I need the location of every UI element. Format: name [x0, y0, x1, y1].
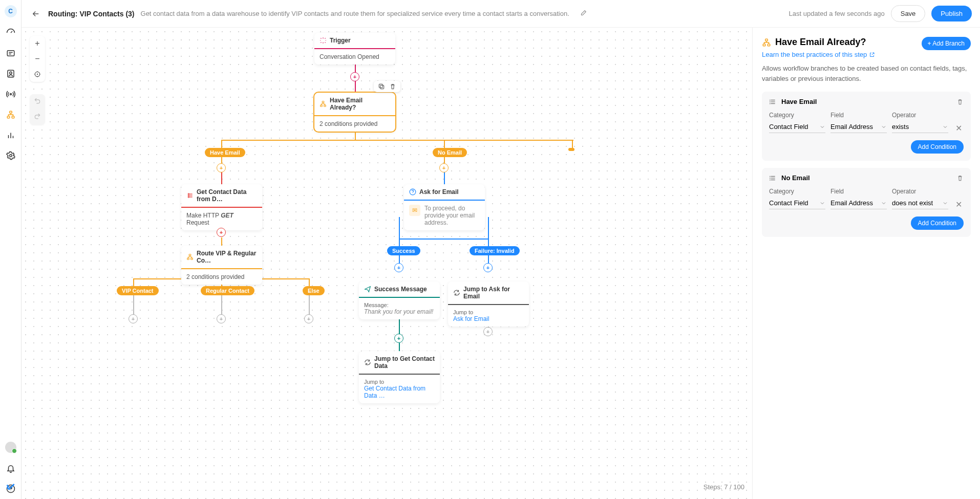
delete-branch-icon[interactable] — [956, 175, 964, 182]
workflows-icon[interactable] — [6, 110, 16, 120]
workflow-canvas[interactable]: + − — [22, 28, 752, 499]
http-node[interactable]: Get Contact Data from D… Make HTTP GET R… — [181, 184, 262, 230]
add-step-button[interactable]: + — [483, 327, 493, 336]
add-step-button[interactable]: + — [394, 334, 403, 343]
add-step-button[interactable]: + — [439, 163, 449, 172]
node-title: Ask for Email — [419, 188, 459, 196]
last-updated: Last updated a few seconds ago — [789, 10, 885, 17]
zoom-controls: + − — [30, 36, 45, 82]
dashboard-icon[interactable] — [6, 28, 16, 38]
branch-card: No Email Category Contact Field Field Em… — [762, 168, 971, 237]
branch-name: No Email — [781, 174, 951, 182]
svg-rect-22 — [379, 84, 382, 88]
category-select[interactable]: Contact Field — [769, 197, 825, 209]
chevron-down-icon — [819, 200, 825, 206]
recenter-button[interactable] — [30, 67, 45, 82]
branch-name: Have Email — [781, 98, 951, 105]
jump-icon — [364, 359, 371, 366]
ask-node[interactable]: Ask for Email ✉To proceed, do provide yo… — [404, 184, 485, 230]
notifications-icon[interactable] — [6, 463, 16, 473]
add-step-button[interactable]: + — [394, 263, 403, 272]
svg-rect-32 — [763, 44, 765, 46]
svg-rect-21 — [380, 85, 384, 89]
field-select[interactable]: Email Address — [830, 121, 887, 133]
operator-select[interactable]: exists — [892, 121, 948, 133]
jump-node-get-contact[interactable]: Jump to Get Contact Data Jump toGet Cont… — [359, 351, 440, 403]
edit-icon[interactable] — [580, 10, 588, 18]
branch-pill-no-email[interactable]: No Email — [433, 148, 467, 157]
svg-rect-26 — [189, 254, 191, 256]
copy-icon[interactable] — [378, 83, 385, 90]
workspace-logo[interactable]: C — [5, 5, 17, 17]
trigger-node[interactable]: Trigger Conversation Opened — [314, 33, 395, 64]
svg-point-4 — [9, 72, 12, 74]
svg-rect-23 — [322, 101, 324, 103]
branch-card: Have Email Category Contact Field Field … — [762, 92, 971, 161]
branch-icon — [762, 38, 771, 47]
reports-icon[interactable] — [6, 130, 16, 140]
message-node[interactable]: Success Message Message:Thank you for yo… — [359, 281, 440, 319]
publish-button[interactable]: Publish — [931, 6, 972, 21]
topbar: Routing: VIP Contacts (3) Get contact da… — [22, 0, 980, 28]
svg-point-5 — [10, 94, 11, 95]
add-step-button[interactable]: + — [350, 72, 359, 81]
field-select[interactable]: Email Address — [830, 197, 887, 209]
branch-pill-regular[interactable]: Regular Contact — [201, 286, 254, 295]
branch-pill-have-email[interactable]: Have Email — [205, 148, 245, 157]
remove-condition-button[interactable]: ✕ — [953, 123, 964, 133]
delete-icon[interactable] — [389, 83, 396, 90]
add-branch-button[interactable]: + Add Branch — [922, 37, 971, 50]
sidebar: C — [0, 0, 22, 499]
question-icon — [409, 188, 416, 196]
messages-icon[interactable] — [6, 48, 16, 58]
branch-pill-overflow[interactable] — [568, 148, 574, 151]
branch-node-route-vip[interactable]: Route VIP & Regular Co… 2 conditions pro… — [181, 246, 262, 285]
broadcast-icon[interactable] — [6, 89, 16, 99]
remove-condition-button[interactable]: ✕ — [953, 199, 964, 209]
category-select[interactable]: Contact Field — [769, 121, 825, 133]
redo-button[interactable] — [30, 110, 45, 125]
add-step-button[interactable]: + — [217, 228, 226, 237]
user-avatar[interactable] — [5, 442, 16, 453]
add-condition-button[interactable]: Add Condition — [911, 140, 964, 154]
panel-title: Have Email Already? — [775, 37, 866, 48]
save-button[interactable]: Save — [891, 5, 926, 22]
learn-link[interactable]: Learn the best practices of this step — [762, 51, 875, 58]
jump-node-ask[interactable]: Jump to Ask for Email Jump toAsk for Ema… — [448, 281, 529, 327]
add-step-button[interactable]: + — [129, 314, 138, 323]
branch-pill-failure[interactable]: Failure: Invalid — [470, 246, 520, 255]
svg-rect-6 — [9, 111, 12, 113]
node-title: Jump to Get Contact Data — [374, 355, 435, 370]
add-step-button[interactable]: + — [217, 163, 226, 172]
add-step-button[interactable]: + — [304, 314, 313, 323]
add-condition-button[interactable]: Add Condition — [911, 216, 964, 230]
svg-point-12 — [9, 155, 12, 157]
branch-pill-success[interactable]: Success — [387, 246, 420, 255]
svg-rect-27 — [187, 258, 189, 259]
back-button[interactable] — [30, 8, 42, 20]
panel-description: Allows workflow branches to be created b… — [762, 63, 971, 83]
external-link-icon — [869, 52, 875, 58]
zoom-in-button[interactable]: + — [30, 36, 45, 51]
branch-node-have-email[interactable]: Have Email Already? 2 conditions provide… — [314, 93, 395, 132]
chevron-down-icon — [819, 124, 825, 130]
mail-icon: ✉ — [409, 205, 420, 216]
history-controls — [30, 94, 45, 125]
operator-select[interactable]: does not exist — [892, 197, 948, 209]
svg-point-45 — [770, 180, 770, 180]
svg-rect-28 — [191, 258, 193, 259]
node-title: Have Email Already? — [330, 97, 390, 111]
contacts-icon[interactable] — [6, 69, 16, 79]
undo-button[interactable] — [30, 94, 45, 110]
list-icon — [769, 175, 776, 182]
zoom-out-button[interactable]: − — [30, 51, 45, 67]
add-step-button[interactable]: + — [483, 263, 493, 272]
svg-point-38 — [770, 101, 770, 102]
delete-branch-icon[interactable] — [956, 98, 964, 105]
branch-pill-else[interactable]: Else — [303, 286, 325, 295]
branch-icon — [319, 100, 327, 107]
brand-logo[interactable] — [6, 482, 16, 492]
settings-icon[interactable] — [6, 150, 16, 161]
add-step-button[interactable]: + — [217, 314, 226, 323]
branch-pill-vip[interactable]: VIP Contact — [117, 286, 159, 295]
